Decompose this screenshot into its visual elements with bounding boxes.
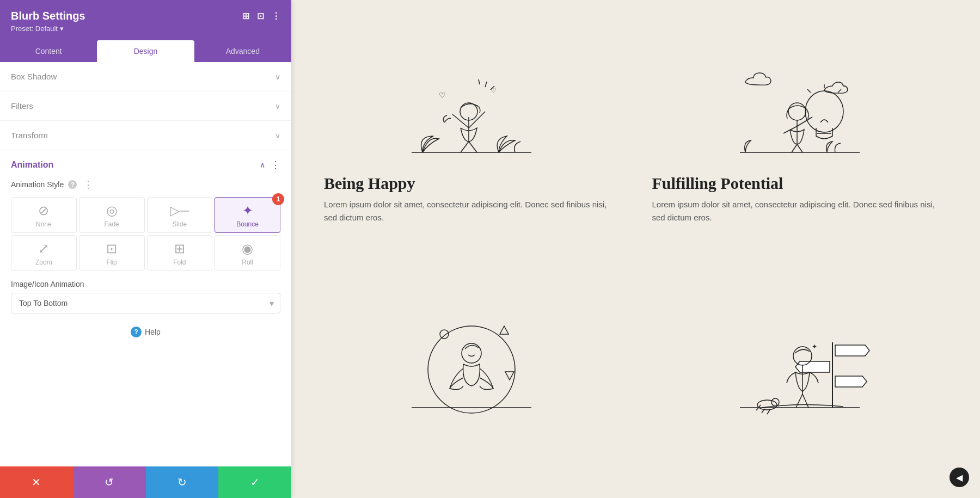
anim-style-fade[interactable]: ◎ Fade [79, 197, 145, 233]
anim-roll-label: Roll [242, 259, 253, 266]
anim-style-flip[interactable]: ⊡ Flip [79, 235, 145, 271]
svg-line-3 [469, 142, 477, 152]
anim-style-help-icon[interactable]: ? [68, 180, 77, 189]
animation-title: Animation [11, 160, 53, 170]
blurb-text-2: Lorem ipsum dolor sit amet, consectetur … [652, 198, 948, 224]
anim-style-slide[interactable]: ▷─ Slide [147, 197, 213, 233]
icon-anim-label: Image/Icon Animation [11, 280, 280, 288]
panel-header: Blurb Settings ⊞ ⊡ ⋮ Preset: Default ▾ [0, 0, 291, 40]
blurb-card-2: Fulfilling Potential Lorem ipsum dolor s… [652, 22, 948, 266]
anim-style-bounce[interactable]: 1 ✦ Bounce [215, 197, 280, 233]
svg-point-13 [805, 91, 843, 132]
anim-bounce-icon: ✦ [242, 203, 253, 218]
animation-header-controls: ∧ ⋮ [260, 159, 280, 171]
cancel-button[interactable]: ✕ [0, 466, 73, 498]
svg-line-11 [479, 79, 480, 84]
blurb-card-1: ♡ ♡ Being Happy Lorem ipsum dolor sit am… [324, 22, 620, 266]
blurb-illustration-4: ✦ [652, 277, 948, 429]
svg-line-17 [807, 89, 811, 93]
panel-title: Blurb Settings [11, 10, 85, 22]
bottom-action-bar: ✕ ↺ ↻ ✓ [0, 466, 291, 498]
animation-header: Animation ∧ ⋮ [11, 159, 280, 171]
blurb-card-4: ✦ [652, 277, 948, 477]
cancel-icon: ✕ [32, 476, 41, 489]
icon-anim-select-wrap: None Top To Bottom Bottom To Top Left To… [11, 293, 280, 313]
anim-style-roll[interactable]: ◉ Roll [215, 235, 280, 271]
svg-line-23 [797, 144, 803, 152]
svg-line-35 [767, 410, 770, 414]
svg-marker-39 [835, 376, 867, 387]
help-button[interactable]: ? Help [11, 327, 280, 337]
anim-none-icon: ⊘ [38, 203, 49, 218]
settings-panel: Blurb Settings ⊞ ⊡ ⋮ Preset: Default ▾ C… [0, 0, 291, 498]
svg-text:♡: ♡ [491, 87, 497, 94]
anim-zoom-label: Zoom [35, 259, 52, 266]
preset-label[interactable]: Preset: Default ▾ [11, 24, 280, 33]
save-icon: ✓ [250, 476, 260, 489]
anim-fade-icon: ◎ [106, 203, 118, 218]
fab-icon: ◀ [956, 472, 963, 483]
save-button[interactable]: ✓ [218, 466, 291, 498]
svg-text:✦: ✦ [812, 343, 817, 351]
icon-anim-select[interactable]: None Top To Bottom Bottom To Top Left To… [11, 293, 280, 313]
svg-marker-37 [835, 345, 869, 356]
anim-style-grid: ⊘ None ◎ Fade ▷─ Slide 1 ✦ Bounce [11, 197, 280, 271]
transform-section[interactable]: Transform ∨ [0, 121, 291, 150]
svg-line-22 [792, 144, 797, 152]
blurb-text-1: Lorem ipsum dolor sit amet, consectetur … [324, 198, 620, 224]
more-options-icon[interactable]: ⋮ [272, 11, 280, 21]
anim-slide-icon: ▷─ [170, 203, 189, 218]
anim-flip-icon: ⊡ [106, 241, 117, 256]
transform-label: Transform [11, 131, 48, 140]
filters-chevron: ∨ [275, 102, 280, 110]
tab-design[interactable]: Design [97, 40, 194, 62]
blurb-title-2: Fulfilling Potential [652, 174, 948, 193]
anim-style-none[interactable]: ⊘ None [11, 197, 77, 233]
svg-point-25 [428, 326, 515, 413]
blurb-illustration-2 [652, 22, 948, 174]
svg-line-44 [803, 394, 808, 408]
main-content: ♡ ♡ Being Happy Lorem ipsum dolor sit am… [291, 0, 980, 498]
panel-content: Box Shadow ∨ Filters ∨ Transform ∨ Anima… [0, 62, 291, 466]
animation-section: Animation ∧ ⋮ Animation Style ? ⋮ ⊘ None [0, 150, 291, 355]
tab-content[interactable]: Content [0, 40, 97, 62]
fab-button[interactable]: ◀ [950, 468, 969, 487]
blurb-illustration-3 [324, 277, 620, 429]
svg-text:♡: ♡ [439, 91, 446, 100]
svg-point-29 [462, 343, 481, 363]
anim-style-fold[interactable]: ⊞ Fold [147, 235, 213, 271]
redo-button[interactable]: ↻ [146, 466, 219, 498]
help-label: Help [145, 328, 161, 336]
anim-roll-icon: ◉ [242, 241, 253, 256]
animation-collapse-icon[interactable]: ∧ [260, 161, 265, 169]
anim-fade-label: Fade [104, 220, 119, 228]
anim-style-row: Animation Style ? ⋮ [11, 179, 280, 190]
panel-title-icons: ⊞ ⊡ ⋮ [242, 11, 280, 21]
box-shadow-section[interactable]: Box Shadow ∨ [0, 62, 291, 91]
help-icon: ? [131, 327, 142, 337]
svg-point-27 [440, 330, 449, 339]
undo-button[interactable]: ↺ [73, 466, 146, 498]
tab-advanced[interactable]: Advanced [194, 40, 291, 62]
undo-icon: ↺ [105, 476, 114, 489]
expand-icon[interactable]: ⊞ [242, 11, 249, 21]
redo-icon: ↻ [177, 476, 187, 489]
bounce-badge: 1 [272, 193, 284, 205]
filters-label: Filters [11, 101, 33, 110]
blurb-card-3 [324, 277, 620, 477]
collapse-icon[interactable]: ⊡ [257, 11, 264, 21]
anim-style-label: Animation Style [11, 180, 64, 189]
svg-line-43 [796, 394, 803, 408]
anim-fold-icon: ⊞ [174, 241, 185, 256]
anim-bounce-label: Bounce [236, 220, 259, 228]
svg-line-9 [485, 82, 487, 87]
anim-flip-label: Flip [106, 259, 117, 266]
anim-zoom-icon: ⤢ [38, 241, 49, 256]
panel-title-row: Blurb Settings ⊞ ⊡ ⋮ [11, 10, 280, 22]
filters-section[interactable]: Filters ∨ [0, 91, 291, 121]
anim-style-zoom[interactable]: ⤢ Zoom [11, 235, 77, 271]
svg-line-16 [838, 89, 841, 93]
svg-marker-28 [505, 372, 514, 380]
anim-style-more-icon[interactable]: ⋮ [83, 179, 93, 190]
animation-more-icon[interactable]: ⋮ [271, 159, 280, 171]
